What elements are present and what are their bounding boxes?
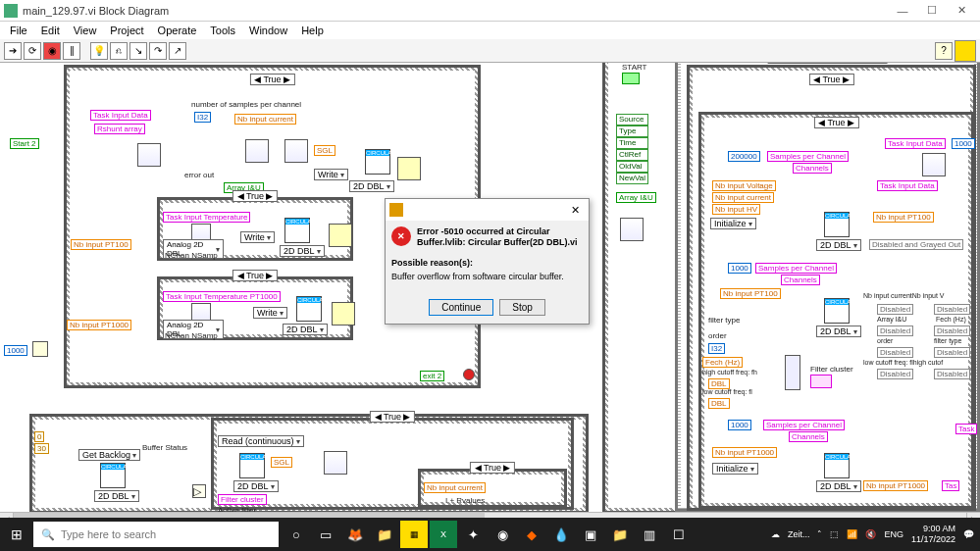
vi-icon[interactable] xyxy=(954,40,976,62)
2ddbl-ddl-2[interactable]: 2D DBL xyxy=(280,245,325,257)
event-case-selector[interactable]: ◀ [7] "START": Value Change ▶ xyxy=(767,63,888,64)
continue-button[interactable]: Continue xyxy=(429,299,493,316)
circular-buffer-vi-3[interactable]: CIRCULAR xyxy=(296,296,322,322)
maximize-button[interactable]: ☐ xyxy=(917,1,947,21)
weather-text[interactable]: Zeit... xyxy=(788,529,810,539)
pause-button[interactable]: ‖ xyxy=(63,42,80,60)
compare-node[interactable]: ▷ xyxy=(192,484,206,498)
get-backlog-ddl[interactable]: Get Backlog xyxy=(78,449,140,461)
case-selector-bottom[interactable]: ◀ True ▶ xyxy=(370,411,415,423)
lang-indicator[interactable]: ENG xyxy=(884,529,903,539)
2ddbl-ddl-4[interactable]: 2D DBL xyxy=(94,490,139,502)
tray-cloud-icon[interactable]: ⬚ xyxy=(830,529,839,539)
windows-taskbar[interactable]: ⊞ 🔍 Type here to search ○ ▭ 🦊 📁 ▦ X ✦ ◉ … xyxy=(0,518,980,551)
initialize-ddl-2[interactable]: Initialize xyxy=(712,463,758,475)
circular-buffer-vi-1[interactable]: CIRCULAR xyxy=(365,149,390,175)
loop-stop-1[interactable] xyxy=(463,369,475,380)
app-icon-4[interactable]: ▣ xyxy=(577,521,604,548)
step-out-button[interactable]: ↗ xyxy=(169,42,186,60)
case-selector-r2[interactable]: ◀ True ▶ xyxy=(813,117,858,128)
excel-icon[interactable]: X xyxy=(430,521,457,548)
menu-view[interactable]: View xyxy=(68,24,103,37)
run-continuous-button[interactable]: ⟳ xyxy=(24,42,41,60)
retain-wire-button[interactable]: ⎌ xyxy=(110,42,128,60)
step-over-button[interactable]: ↷ xyxy=(149,42,167,60)
wait-node[interactable] xyxy=(32,341,48,357)
step-into-button[interactable]: ↘ xyxy=(129,42,147,60)
circular-buffer-vi-r3[interactable]: CIRCULAR xyxy=(824,453,850,478)
stop-button[interactable]: Stop xyxy=(499,299,545,316)
case-selector-r1[interactable]: ◀ True ▶ xyxy=(808,74,853,85)
system-tray[interactable]: ☁ Zeit... ˄ ⬚ 📶 🔇 ENG 9:00 AM 11/17/2022… xyxy=(771,524,980,545)
chrome-icon[interactable]: ◉ xyxy=(489,521,516,548)
menu-tools[interactable]: Tools xyxy=(204,24,241,37)
labview-app-icon[interactable]: ▦ xyxy=(400,521,428,548)
dialog-titlebar[interactable]: ✕ xyxy=(386,199,589,221)
2ddbl-ddl-r3[interactable]: 2D DBL xyxy=(816,480,861,492)
menu-window[interactable]: Window xyxy=(243,24,293,37)
app-icon-5[interactable]: 📁 xyxy=(606,521,634,548)
probe-node-3[interactable] xyxy=(332,302,355,326)
probe-node-2[interactable] xyxy=(329,224,352,247)
start-button[interactable]: ⊞ xyxy=(0,526,33,542)
app-icon-2[interactable]: ◆ xyxy=(518,521,545,548)
read-continuous-ddl[interactable]: Read (continuous) xyxy=(218,435,304,447)
property-node-r[interactable] xyxy=(620,218,644,241)
taskbar-clock[interactable]: 9:00 AM 11/17/2022 xyxy=(911,524,955,545)
notifications-icon[interactable]: 💬 xyxy=(963,529,974,539)
minimize-button[interactable]: — xyxy=(888,1,917,21)
2ddbl-ddl-5[interactable]: 2D DBL xyxy=(233,480,279,492)
menu-project[interactable]: Project xyxy=(104,24,149,37)
split-node-1[interactable] xyxy=(284,139,308,163)
app-icon-3[interactable]: 💧 xyxy=(547,521,575,548)
tray-chevron-icon[interactable]: ˄ xyxy=(817,529,822,539)
daq-config-node-r[interactable] xyxy=(922,153,946,176)
menu-file[interactable]: File xyxy=(4,24,33,37)
daq-read-node-1[interactable] xyxy=(137,143,161,167)
context-help-button[interactable]: ? xyxy=(935,42,953,60)
close-button[interactable]: ✕ xyxy=(947,1,976,21)
daq-read-node-3[interactable] xyxy=(191,303,211,321)
filter-node[interactable] xyxy=(324,451,347,475)
volume-icon[interactable]: 🔇 xyxy=(865,529,876,539)
app-icon-7[interactable]: ☐ xyxy=(665,521,693,548)
app-icon-6[interactable]: ▥ xyxy=(636,521,663,548)
2ddbl-ddl-3[interactable]: 2D DBL xyxy=(283,324,328,335)
start-button-term[interactable] xyxy=(622,73,640,84)
disabled-grayed: Disabled and Grayed Out xyxy=(869,239,963,250)
initialize-ddl-1[interactable]: Initialize xyxy=(710,218,756,229)
write-ddl-2[interactable]: Write xyxy=(240,231,275,243)
circular-buffer-vi-r2[interactable]: CIRCULAR xyxy=(824,298,850,324)
2ddbl-ddl-1[interactable]: 2D DBL xyxy=(349,180,394,192)
build-array-node-1[interactable] xyxy=(245,139,269,163)
highlight-button[interactable]: 💡 xyxy=(90,42,108,60)
write-ddl-1[interactable]: Write xyxy=(314,169,348,180)
taskview-icon[interactable]: ▭ xyxy=(312,521,339,548)
run-button[interactable]: ➔ xyxy=(4,42,22,60)
cortana-icon[interactable]: ○ xyxy=(283,521,310,548)
menu-help[interactable]: Help xyxy=(295,24,330,37)
firefox-icon[interactable]: 🦊 xyxy=(341,521,369,548)
circular-buffer-vi-5[interactable]: CIRCULAR xyxy=(239,453,265,478)
circular-buffer-vi-r1[interactable]: CIRCULAR xyxy=(824,212,850,237)
abort-button[interactable]: ◉ xyxy=(43,42,61,60)
case-selector-3[interactable]: ◀ True ▶ xyxy=(232,270,278,281)
wifi-icon[interactable]: 📶 xyxy=(847,529,857,539)
app-icon-1[interactable]: ✦ xyxy=(459,521,487,548)
case-selector-2[interactable]: ◀ True ▶ xyxy=(232,190,278,202)
write-ddl-3[interactable]: Write xyxy=(253,307,287,319)
case-selector-ib[interactable]: ◀ True ▶ xyxy=(470,462,515,474)
menu-operate[interactable]: Operate xyxy=(152,24,203,37)
case-selector-1[interactable]: ◀ True ▶ xyxy=(249,74,294,85)
weather-icon[interactable]: ☁ xyxy=(771,529,780,539)
2ddbl-ddl-r2[interactable]: 2D DBL xyxy=(816,326,861,337)
2ddbl-ddl-r1[interactable]: 2D DBL xyxy=(816,239,861,251)
dialog-close-button[interactable]: ✕ xyxy=(565,204,585,217)
explorer-icon[interactable]: 📁 xyxy=(371,521,398,548)
taskbar-search[interactable]: 🔍 Type here to search xyxy=(33,522,279,547)
circular-buffer-vi-4[interactable]: CIRCULAR xyxy=(100,463,126,488)
bundle-node[interactable] xyxy=(785,355,800,390)
circular-buffer-vi-2[interactable]: CIRCULAR xyxy=(284,218,310,243)
menu-edit[interactable]: Edit xyxy=(35,24,66,37)
probe-node-1[interactable] xyxy=(397,157,421,180)
